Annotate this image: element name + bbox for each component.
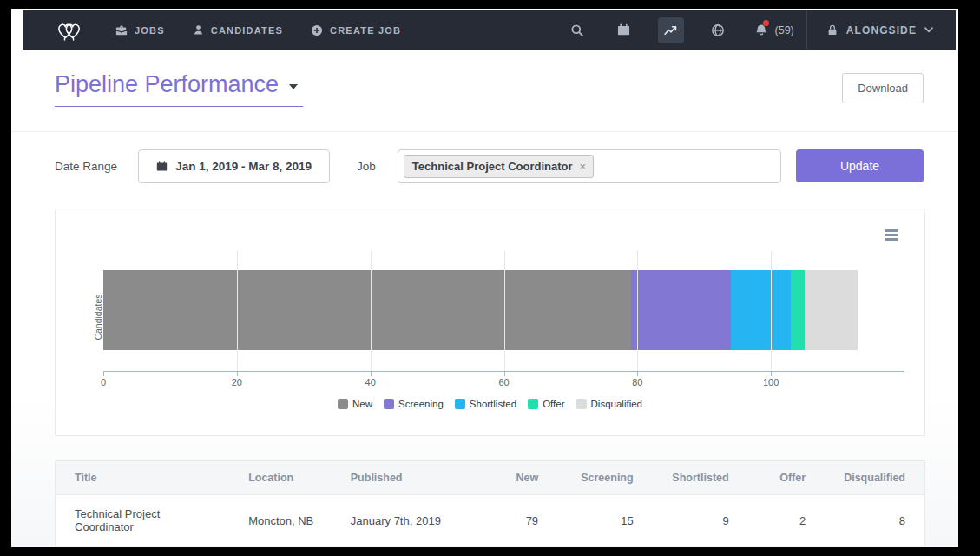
x-tick-label: 0 — [101, 377, 106, 387]
cell-new: 79 — [473, 495, 557, 546]
x-tick-mark — [237, 371, 238, 376]
search-icon — [570, 23, 584, 37]
legend-swatch — [455, 399, 465, 409]
gridline-100 — [771, 251, 772, 371]
legend-item-shortlisted[interactable]: Shortlisted — [455, 399, 516, 409]
legend-item-new[interactable]: New — [338, 399, 372, 409]
legend-item-offer[interactable]: Offer — [528, 399, 564, 409]
account-label: ALONGSIDE — [846, 24, 917, 36]
plot-area — [103, 251, 904, 372]
calendar-icon — [617, 23, 630, 36]
bar-segment-shortlisted[interactable] — [731, 270, 791, 350]
nav-item-label: CREATE JOB — [330, 25, 401, 36]
x-tick-label: 60 — [498, 377, 509, 387]
chart-card: Candidates 020406080100 NewScreeningShor… — [55, 208, 925, 436]
update-button[interactable]: Update — [796, 149, 924, 182]
date-range-label: Date Range — [55, 160, 117, 173]
nav-item-create-job[interactable]: CREATE JOB — [311, 24, 401, 36]
job-select-input[interactable]: Technical Project Coordinator × — [398, 149, 781, 183]
legend-label: Screening — [398, 399, 444, 409]
chip-remove-icon[interactable]: × — [580, 161, 587, 172]
calendar-icon — [156, 161, 168, 172]
calendar-button[interactable] — [611, 17, 637, 43]
bar-segment-new[interactable] — [103, 270, 631, 350]
gridline-20 — [237, 251, 238, 371]
chart-context-menu-button[interactable] — [882, 227, 900, 243]
legend-label: Disqualified — [591, 399, 642, 409]
hearts-logo-icon — [53, 17, 86, 43]
cell-screening: 15 — [557, 495, 653, 546]
briefcase-icon — [115, 24, 128, 36]
x-tick-mark — [504, 371, 505, 376]
header-divider — [11, 131, 958, 132]
col-screening: Screening — [557, 461, 653, 495]
table-header-row: Title Location Published New Screening S… — [56, 461, 924, 495]
globe-button[interactable] — [705, 17, 731, 43]
account-menu[interactable]: ALONGSIDE — [807, 10, 956, 50]
cell-shortlisted: 9 — [653, 495, 748, 546]
table-row[interactable]: Technical Project Coordinator Moncton, N… — [56, 495, 924, 546]
y-axis-label: Candidates — [93, 294, 103, 340]
notifications-button[interactable]: (59) — [752, 17, 794, 43]
legend-item-disqualified[interactable]: Disqualified — [576, 399, 642, 409]
cell-title: Technical Project Coordinator — [56, 495, 229, 546]
gridline-60 — [504, 251, 505, 371]
x-tick-label: 20 — [232, 377, 242, 387]
bar-segment-disqualified[interactable] — [805, 270, 858, 350]
legend-swatch — [576, 399, 587, 409]
nav-item-jobs[interactable]: JOBS — [115, 24, 165, 36]
notification-count: (59) — [775, 24, 794, 36]
legend-swatch — [384, 399, 394, 409]
search-button[interactable] — [564, 17, 590, 43]
bar-segment-offer[interactable] — [791, 270, 804, 350]
cell-offer: 2 — [748, 495, 825, 546]
report-title-dropdown[interactable]: Pipeline Performance — [55, 70, 303, 107]
nav-icon-group: (59) — [564, 17, 794, 43]
nav-menu: JOBS CANDIDATES CREATE JOB — [115, 24, 401, 36]
col-shortlisted: Shortlisted — [653, 461, 748, 495]
plus-circle-icon — [311, 24, 323, 36]
nav-item-label: CANDIDATES — [211, 25, 283, 36]
alongside-logo[interactable] — [53, 17, 86, 43]
x-tick-mark — [637, 371, 638, 376]
x-tick-label: 80 — [632, 377, 642, 387]
results-table-card: Title Location Published New Screening S… — [55, 460, 925, 546]
x-tick-label: 40 — [365, 377, 376, 387]
legend-label: Shortlisted — [470, 399, 516, 409]
date-range-value: Jan 1, 2019 - Mar 8, 2019 — [175, 160, 312, 173]
cell-published: January 7th, 2019 — [332, 495, 473, 546]
gridline-80 — [637, 251, 638, 371]
x-tick-mark — [371, 371, 372, 376]
nav-item-candidates[interactable]: CANDIDATES — [193, 24, 283, 36]
results-table: Title Location Published New Screening S… — [56, 461, 924, 546]
download-button[interactable]: Download — [842, 73, 924, 103]
col-offer: Offer — [748, 461, 825, 495]
chart-legend: NewScreeningShortlistedOfferDisqualified — [56, 399, 924, 409]
notification-dot — [763, 20, 769, 26]
col-location: Location — [229, 461, 332, 495]
hamburger-icon — [885, 229, 898, 232]
cell-location: Moncton, NB — [229, 495, 332, 546]
legend-swatch — [528, 399, 538, 409]
analytics-button[interactable] — [658, 17, 684, 43]
page-title: Pipeline Performance — [55, 71, 279, 98]
col-published: Published — [332, 461, 473, 495]
cell-disqualified: 8 — [825, 495, 924, 546]
gridline-40 — [371, 251, 372, 371]
lock-icon — [826, 23, 839, 36]
title-caret-icon — [289, 84, 298, 89]
navbar: JOBS CANDIDATES CREATE JOB — [23, 10, 956, 50]
chart-icon — [663, 23, 678, 37]
chevron-down-icon — [924, 27, 933, 33]
legend-label: Offer — [543, 399, 564, 409]
x-tick-mark — [771, 371, 772, 376]
user-icon — [193, 24, 204, 36]
date-range-input[interactable]: Jan 1, 2019 - Mar 8, 2019 — [138, 149, 330, 183]
bar-segment-screening[interactable] — [631, 270, 731, 350]
page: JOBS CANDIDATES CREATE JOB — [11, 9, 958, 547]
legend-item-screening[interactable]: Screening — [384, 399, 444, 409]
globe-icon — [711, 23, 725, 37]
col-disqualified: Disqualified — [825, 461, 924, 495]
job-chip-label: Technical Project Coordinator — [412, 160, 573, 173]
legend-label: New — [352, 399, 372, 409]
